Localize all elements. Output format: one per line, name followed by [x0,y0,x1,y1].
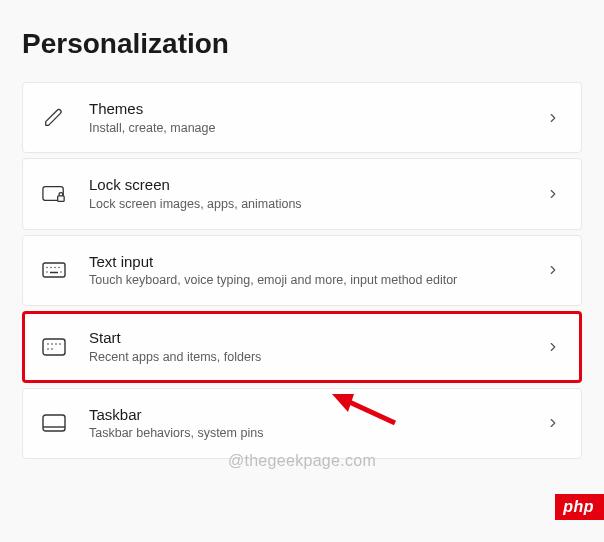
chevron-right-icon [543,111,563,125]
svg-point-5 [54,267,55,268]
keyboard-icon [41,261,67,279]
svg-rect-10 [43,339,65,355]
monitor-lock-icon [41,183,67,205]
item-desc: Recent apps and items, folders [89,349,535,366]
svg-point-15 [47,348,49,350]
item-desc: Install, create, manage [89,120,535,137]
settings-list: Themes Install, create, manage Lock scre… [0,82,604,459]
svg-point-4 [50,267,51,268]
item-title: Start [89,328,535,348]
svg-point-6 [58,267,59,268]
item-title: Lock screen [89,175,535,195]
svg-rect-17 [43,415,65,431]
chevron-right-icon [543,416,563,430]
svg-point-3 [46,267,47,268]
item-title: Taskbar [89,405,535,425]
chevron-right-icon [543,187,563,201]
item-title: Text input [89,252,535,272]
setting-item-text-input[interactable]: Text input Touch keyboard, voice typing,… [22,235,582,306]
taskbar-rect-icon [41,413,67,433]
svg-point-7 [46,272,47,273]
item-title: Themes [89,99,535,119]
item-desc: Taskbar behaviors, system pins [89,425,535,442]
setting-item-start[interactable]: Start Recent apps and items, folders [22,311,582,382]
svg-point-9 [60,272,61,273]
svg-rect-2 [43,263,65,277]
setting-item-themes[interactable]: Themes Install, create, manage [22,82,582,153]
start-grid-icon [41,337,67,357]
page-title: Personalization [0,0,604,82]
chevron-right-icon [543,340,563,354]
php-badge: php [555,494,604,520]
item-desc: Touch keyboard, voice typing, emoji and … [89,272,535,289]
chevron-right-icon [543,263,563,277]
svg-rect-1 [58,196,64,202]
svg-point-13 [55,343,57,345]
svg-point-12 [51,343,53,345]
pen-icon [41,107,67,129]
svg-point-11 [47,343,49,345]
svg-point-14 [59,343,61,345]
setting-item-lock-screen[interactable]: Lock screen Lock screen images, apps, an… [22,158,582,229]
setting-item-taskbar[interactable]: Taskbar Taskbar behaviors, system pins [22,388,582,459]
svg-point-16 [51,348,53,350]
item-desc: Lock screen images, apps, animations [89,196,535,213]
